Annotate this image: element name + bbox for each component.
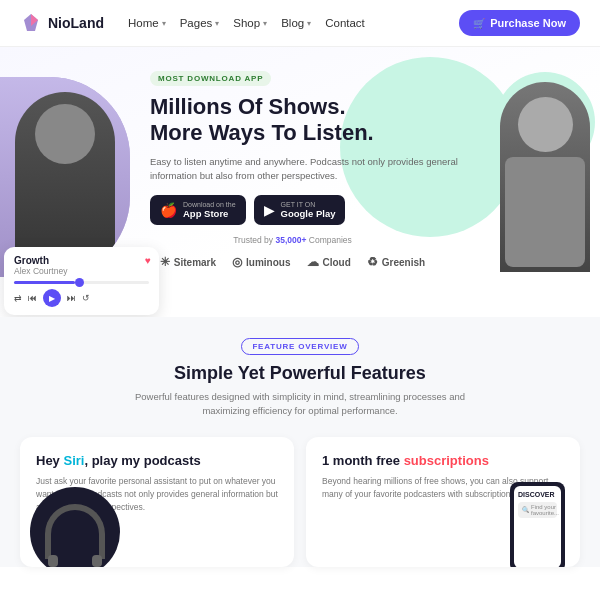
brand-sitemark: ✳ Sitemark (160, 255, 216, 269)
player-card: ♥ Growth Alex Courtney ⇄ ⏮ ▶ ⏭ ↺ (4, 247, 159, 315)
logo-text: NioLand (48, 15, 104, 31)
cart-icon: 🛒 (473, 18, 485, 29)
hero-badge: MOST DOWNLOAD APP (150, 71, 271, 86)
feature-card-subscriptions: 1 month free subscriptions Beyond hearin… (306, 437, 580, 567)
chevron-icon: ▾ (162, 19, 166, 28)
phone-screen-title: DISCOVER (518, 491, 557, 498)
repeat-button[interactable]: ↺ (82, 293, 90, 303)
nav-shop[interactable]: Shop ▾ (233, 17, 267, 29)
nav-blog[interactable]: Blog ▾ (281, 17, 311, 29)
logo[interactable]: NioLand (20, 12, 104, 34)
player-progress-fill (14, 281, 75, 284)
feature-card-siri-title: Hey Siri, play my podcasts (36, 453, 278, 470)
headphones-shape (45, 504, 105, 559)
purchase-now-button[interactable]: 🛒 Purchase Now (459, 10, 580, 36)
chevron-icon: ▾ (215, 19, 219, 28)
hero-content: MOST DOWNLOAD APP Millions Of Shows. Mor… (150, 65, 465, 225)
brand-cloud: ☁ Cloud (307, 255, 351, 269)
luminous-icon: ◎ (232, 255, 242, 269)
prev-button[interactable]: ⏮ (28, 293, 37, 303)
sitemark-icon: ✳ (160, 255, 170, 269)
player-progress-bar[interactable] (14, 281, 149, 284)
store-buttons: 🍎 Download on the App Store ▶ GET IT ON … (150, 195, 465, 225)
greenish-icon: ♻ (367, 255, 378, 269)
nav-home[interactable]: Home ▾ (128, 17, 166, 29)
feature-card-siri: Hey Siri, play my podcasts Just ask your… (20, 437, 294, 567)
features-badge: FEATURE OVERVIEW (241, 338, 358, 355)
features-title: Simple Yet Powerful Features (20, 363, 580, 384)
hero-person-right (490, 67, 600, 267)
phone-frame: DISCOVER 🔍 Find your favourite... (510, 482, 565, 567)
shuffle-button[interactable]: ⇄ (14, 293, 22, 303)
player-controls: ⇄ ⏮ ▶ ⏭ ↺ (14, 289, 149, 307)
cloud-icon: ☁ (307, 255, 319, 269)
heart-icon: ♥ (145, 255, 151, 266)
chevron-icon: ▾ (307, 19, 311, 28)
app-store-button[interactable]: 🍎 Download on the App Store (150, 195, 246, 225)
nav-pages[interactable]: Pages ▾ (180, 17, 220, 29)
player-progress-dot (75, 278, 84, 287)
logo-icon (20, 12, 42, 34)
navbar: NioLand Home ▾ Pages ▾ Shop ▾ Blog ▾ Con… (0, 0, 600, 47)
player-track-title: Growth (14, 255, 149, 266)
google-play-button[interactable]: ▶ GET IT ON Google Play (254, 195, 346, 225)
apple-icon: 🍎 (160, 202, 177, 218)
hero-description: Easy to listen anytime and anywhere. Pod… (150, 155, 465, 184)
phone-screen: DISCOVER 🔍 Find your favourite... (514, 486, 561, 567)
phone-search-bar: 🔍 Find your favourite... (518, 502, 557, 518)
features-section: FEATURE OVERVIEW Simple Yet Powerful Fea… (0, 317, 600, 567)
player-artist-name: Alex Courtney (14, 266, 149, 276)
person-right-image (500, 82, 590, 272)
brand-luminous: ◎ luminous (232, 255, 290, 269)
brand-greenish: ♻ Greenish (367, 255, 425, 269)
google-play-icon: ▶ (264, 202, 275, 218)
nav-links: Home ▾ Pages ▾ Shop ▾ Blog ▾ Contact (128, 17, 459, 29)
play-button[interactable]: ▶ (43, 289, 61, 307)
feature-cards: Hey Siri, play my podcasts Just ask your… (20, 437, 580, 567)
nav-contact[interactable]: Contact (325, 17, 365, 29)
hero-section: ♥ Growth Alex Courtney ⇄ ⏮ ▶ ⏭ ↺ MOST DO… (0, 47, 600, 317)
feature-card-subs-title: 1 month free subscriptions (322, 453, 564, 470)
next-button[interactable]: ⏭ (67, 293, 76, 303)
phone-visual: DISCOVER 🔍 Find your favourite... (510, 482, 570, 567)
chevron-icon: ▾ (263, 19, 267, 28)
hero-title: Millions Of Shows. More Ways To Listen. (150, 94, 465, 147)
search-icon: 🔍 (522, 506, 529, 513)
features-description: Powerful features designed with simplici… (130, 390, 470, 419)
